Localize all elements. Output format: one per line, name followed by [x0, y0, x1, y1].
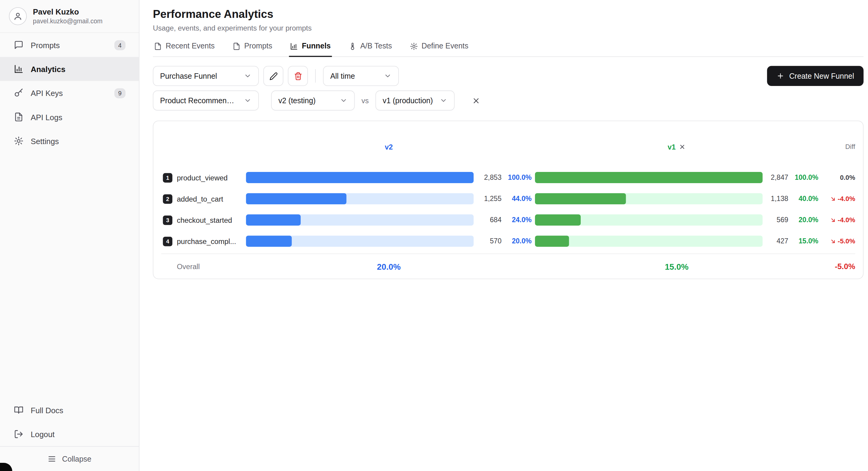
- sidebar-item-api-keys[interactable]: API Keys 9: [0, 81, 139, 105]
- create-new-funnel-label: Create New Funnel: [789, 72, 854, 80]
- variant-b-count: 569: [766, 216, 788, 224]
- overall-label: Overall: [161, 262, 243, 271]
- prompt-select-value: Product Recommenda...: [160, 96, 238, 105]
- time-range-select[interactable]: All time: [323, 66, 399, 86]
- delete-funnel-button[interactable]: [288, 66, 308, 86]
- chevron-down-icon: [384, 72, 392, 80]
- overall-diff: -5.0%: [822, 262, 855, 271]
- sidebar-item-analytics[interactable]: Analytics: [0, 57, 139, 81]
- overall-variant-b: 15.0%: [535, 262, 818, 271]
- test-tube-icon: [348, 42, 356, 50]
- variant-a-value: v2 (testing): [278, 96, 315, 105]
- sidebar-item-label: Prompts: [31, 41, 60, 50]
- menu-icon: [48, 454, 57, 464]
- sidebar-item-label: Analytics: [31, 65, 65, 74]
- sidebar-item-label: API Keys: [31, 89, 63, 98]
- variant-a-percent: 100.0%: [505, 174, 532, 182]
- full-docs-link[interactable]: Full Docs: [0, 398, 139, 422]
- tab-recent-events[interactable]: Recent Events: [153, 41, 216, 57]
- document-icon: [154, 42, 162, 50]
- step-event-name: added_to_cart: [177, 195, 223, 203]
- step-event-name: purchase_compl...: [177, 237, 236, 245]
- avatar: [9, 7, 27, 25]
- funnel-select[interactable]: Purchase Funnel: [153, 66, 258, 86]
- clear-comparison-button[interactable]: [468, 93, 484, 108]
- variant-b-bar-fill: [535, 214, 580, 226]
- user-email: pavel.kuzko@gmail.com: [33, 17, 102, 25]
- sidebar-item-api-logs[interactable]: API Logs: [0, 105, 139, 129]
- step-label-cell: 3 checkout_started: [161, 215, 243, 225]
- step-label-cell: 4 purchase_compl...: [161, 236, 243, 246]
- variant-b-count: 427: [766, 237, 788, 245]
- diff-column-header: Diff: [822, 143, 855, 151]
- step-number-chip: 3: [163, 215, 173, 225]
- step-event-name: product_viewed: [177, 173, 228, 182]
- funnel-toolbar: Purchase Funnel All time Create New Funn…: [153, 66, 864, 86]
- create-new-funnel-button[interactable]: Create New Funnel: [767, 66, 864, 86]
- app-canvas: Pavel Kuzko pavel.kuzko@gmail.com Prompt…: [0, 0, 868, 471]
- trend-down-icon: [830, 217, 836, 223]
- diff-value: -5.0%: [822, 237, 855, 245]
- variant-b-bar-fill: [535, 172, 763, 183]
- logout-icon: [14, 429, 23, 439]
- collapse-sidebar-button[interactable]: Collapse: [0, 446, 139, 471]
- gear-icon: [14, 137, 23, 146]
- step-number-chip: 1: [163, 173, 173, 182]
- variant-a-percent: 44.0%: [505, 195, 532, 203]
- main-content: Performance Analytics Usage, events, and…: [140, 0, 868, 471]
- variant-a-count: 570: [477, 237, 501, 245]
- tab-ab-tests[interactable]: A/B Tests: [347, 41, 393, 57]
- user-name: Pavel Kuzko: [33, 7, 102, 17]
- tab-funnels[interactable]: Funnels: [289, 41, 332, 57]
- plus-icon: [776, 72, 784, 80]
- diff-text: 0.0%: [840, 174, 855, 182]
- funnel-comparison-card: v2 v1 Diff 1 product_viewed 2,853 100.0%: [153, 120, 864, 279]
- variant-b-count: 2,847: [766, 174, 788, 182]
- variant-b-count: 1,138: [766, 195, 788, 203]
- trend-down-icon: [830, 238, 836, 244]
- page-title: Performance Analytics: [153, 8, 864, 21]
- funnel-steps: 1 product_viewed 2,853 100.0% 2,847 100.…: [161, 167, 855, 252]
- remove-variant-b-button[interactable]: [679, 144, 686, 150]
- tab-prompts[interactable]: Prompts: [231, 41, 273, 57]
- trash-icon: [294, 72, 302, 80]
- variant-a-bar-fill: [246, 235, 291, 247]
- tab-define-events[interactable]: Define Events: [409, 41, 469, 57]
- full-docs-label: Full Docs: [31, 406, 63, 415]
- step-number-chip: 2: [163, 194, 173, 203]
- logout-button[interactable]: Logout: [0, 422, 139, 446]
- funnel-select-value: Purchase Funnel: [160, 72, 217, 80]
- tab-label: Funnels: [302, 42, 331, 50]
- user-profile[interactable]: Pavel Kuzko pavel.kuzko@gmail.com: [0, 0, 139, 33]
- prompt-select[interactable]: Product Recommenda...: [153, 90, 258, 111]
- variant-a-bar-track: [246, 193, 474, 204]
- diff-value: -4.0%: [822, 195, 855, 203]
- chevron-down-icon: [340, 96, 347, 105]
- key-icon: [14, 88, 23, 98]
- page-subtitle: Usage, events, and experiments for your …: [153, 24, 864, 32]
- sidebar-item-label: API Logs: [31, 113, 62, 122]
- sidebar-item-prompts[interactable]: Prompts 4: [0, 33, 139, 57]
- step-event-name: checkout_started: [177, 216, 232, 224]
- diff-value: -4.0%: [822, 216, 855, 224]
- document-icon: [232, 42, 241, 50]
- variant-a-select[interactable]: v2 (testing): [271, 90, 355, 111]
- bar-chart-icon: [290, 42, 298, 50]
- variant-b-select[interactable]: v1 (production): [375, 90, 455, 111]
- sidebar-item-settings[interactable]: Settings: [0, 129, 139, 153]
- chat-icon: [14, 40, 23, 50]
- comparison-toolbar: Product Recommenda... v2 (testing) vs v1…: [153, 90, 864, 111]
- trend-down-icon: [830, 196, 836, 202]
- diff-value: 0.0%: [822, 174, 855, 182]
- variant-a-column-header: v2: [246, 143, 531, 151]
- diff-text: -5.0%: [838, 237, 855, 245]
- variant-a-bar-track: [246, 214, 474, 226]
- variant-a-count: 1,255: [477, 195, 501, 203]
- edit-funnel-button[interactable]: [264, 66, 283, 86]
- variant-b-bar-track: [535, 193, 763, 204]
- variant-b-percent: 15.0%: [792, 237, 818, 245]
- variant-b-bar-track: [535, 235, 763, 247]
- overall-row: Overall 20.0% 15.0% -5.0%: [161, 254, 855, 278]
- api-keys-count-badge: 9: [114, 88, 125, 98]
- app-window: Pavel Kuzko pavel.kuzko@gmail.com Prompt…: [0, 0, 868, 471]
